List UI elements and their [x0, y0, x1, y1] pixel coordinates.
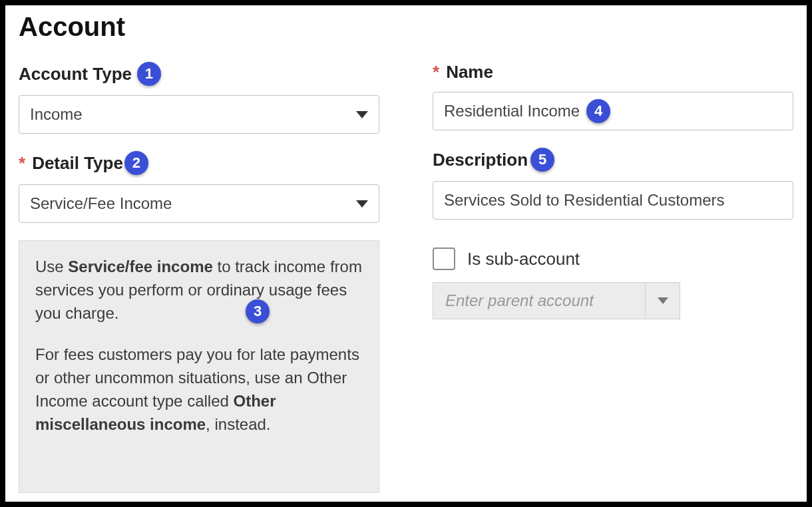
required-asterisk: * — [19, 153, 25, 174]
description-block: Description 5 Services Sold to Residenti… — [433, 148, 793, 220]
annotation-badge-4: 4 — [586, 99, 610, 123]
annotation-badge-5: 5 — [530, 148, 554, 172]
detail-type-label: Detail Type — [32, 153, 123, 174]
sub-account-label: Is sub-account — [467, 249, 580, 269]
detail-type-help-box: Use Service/fee income to track income f… — [19, 240, 379, 493]
name-input[interactable]: Residential Income 4 — [433, 92, 793, 130]
account-type-label: Account Type — [19, 64, 132, 84]
caret-down-icon — [658, 297, 668, 304]
parent-account-select[interactable]: Enter parent account — [433, 282, 680, 319]
account-dialog: Account Account Type 1 Income * Detail T… — [0, 0, 812, 507]
form-columns: Account Type 1 Income * Detail Type 2 Se… — [19, 62, 793, 493]
caret-down-icon — [356, 111, 368, 118]
sub-account-checkbox[interactable] — [433, 248, 455, 270]
name-block: * Name Residential Income 4 — [433, 62, 793, 130]
account-type-select[interactable]: Income — [19, 95, 379, 134]
detail-type-select[interactable]: Service/Fee Income — [19, 184, 379, 223]
caret-down-icon — [356, 200, 368, 208]
detail-type-value: Service/Fee Income — [30, 194, 172, 213]
parent-account-placeholder: Enter parent account — [445, 291, 594, 310]
required-asterisk: * — [433, 62, 439, 83]
help-paragraph-2: For fees customers pay you for late paym… — [35, 343, 363, 436]
description-input[interactable]: Services Sold to Residential Customers — [433, 181, 793, 220]
sub-account-row: Is sub-account — [433, 248, 793, 270]
help-paragraph-1: Use Service/fee income to track income f… — [35, 255, 363, 325]
annotation-badge-3: 3 — [246, 299, 270, 323]
annotation-badge-1: 1 — [137, 62, 161, 86]
right-column: * Name Residential Income 4 Description … — [433, 62, 793, 493]
description-label: Description — [433, 150, 528, 170]
name-label: Name — [446, 62, 493, 83]
left-column: Account Type 1 Income * Detail Type 2 Se… — [19, 62, 379, 493]
page-title: Account — [19, 12, 793, 42]
annotation-badge-2: 2 — [124, 151, 148, 175]
account-type-value: Income — [30, 105, 83, 124]
detail-type-block: * Detail Type 2 Service/Fee Income — [19, 151, 379, 223]
parent-account-caret[interactable] — [646, 282, 680, 319]
account-type-block: Account Type 1 Income — [19, 62, 379, 134]
name-value: Residential Income — [444, 102, 580, 120]
description-value: Services Sold to Residential Customers — [444, 191, 725, 210]
